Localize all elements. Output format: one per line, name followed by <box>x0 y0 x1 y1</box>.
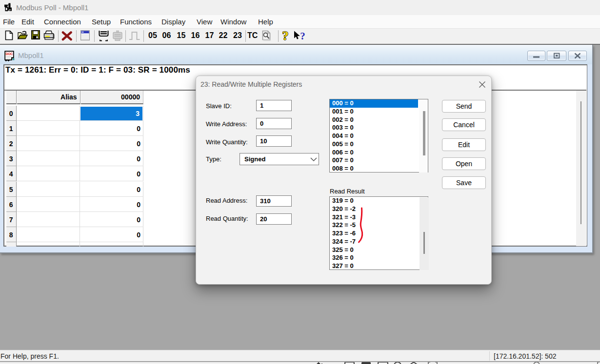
svg-text:DOC: DOC <box>6 52 13 56</box>
svg-text:?: ? <box>282 30 289 42</box>
svg-text:?: ? <box>300 30 305 42</box>
